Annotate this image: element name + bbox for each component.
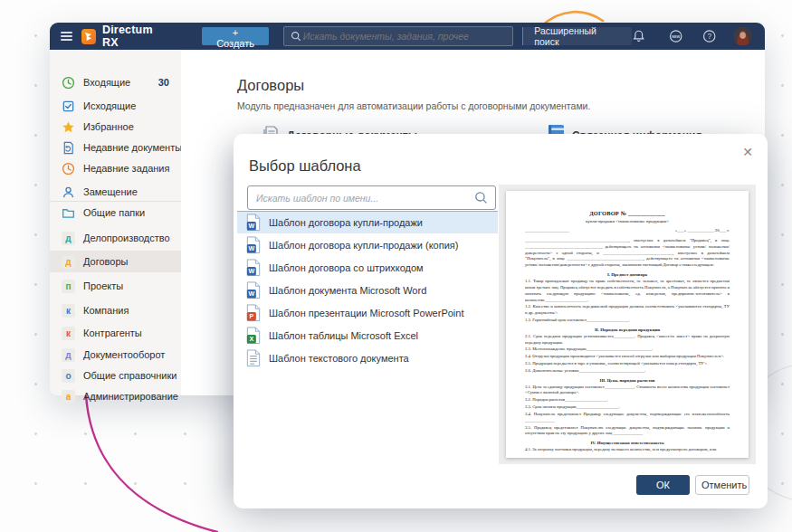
avatar[interactable] bbox=[733, 26, 752, 46]
sidebar-item-label: Недавние документы bbox=[83, 142, 182, 153]
text-file-icon bbox=[246, 349, 261, 367]
unread-count-badge: 30 bbox=[158, 77, 169, 88]
sidebar-module-item[interactable]: дДоговоры bbox=[50, 251, 181, 272]
sidebar-module-item[interactable]: кКомпания bbox=[50, 299, 181, 321]
notifications-icon[interactable] bbox=[632, 29, 645, 43]
brand-title: Directum RX bbox=[102, 24, 169, 49]
whats-new-icon[interactable]: NEW bbox=[669, 29, 682, 43]
module-letter-icon: д bbox=[62, 255, 75, 269]
sidebar-item[interactable]: Замещение bbox=[50, 181, 181, 203]
module-letter-icon: к bbox=[62, 327, 75, 340]
contract-line: 3.5. Продавец представляет Покупателю сл… bbox=[525, 425, 730, 438]
page-subtitle: Модуль предназначен для автоматизации ра… bbox=[237, 100, 590, 111]
document-preview-page: ДОГОВОР № ____________купли-продажи <наи… bbox=[506, 191, 749, 458]
template-search-input[interactable] bbox=[248, 193, 474, 204]
global-search bbox=[283, 26, 513, 46]
sidebar-item-label: Делопроизводство bbox=[83, 233, 170, 243]
module-letter-icon: а bbox=[62, 390, 75, 404]
module-letter-icon: д bbox=[62, 348, 75, 362]
sidebar-item-label: Общие папки bbox=[83, 207, 145, 218]
sidebar-item[interactable]: Исходящие bbox=[50, 95, 181, 117]
template-list-item[interactable]: WШаблон документа Microsoft Word bbox=[237, 279, 498, 301]
sidebar-item[interactable]: Общие папки bbox=[50, 202, 181, 223]
svg-text:W: W bbox=[248, 290, 254, 298]
contract-heading: III. Цена, порядок расчетов bbox=[525, 378, 730, 383]
template-list-item[interactable]: WШаблон договора купли-продажи (копия) bbox=[237, 233, 498, 256]
excel-file-icon: X bbox=[246, 327, 261, 345]
template-label: Шаблон презентации Microsoft PowerPoint bbox=[269, 308, 463, 318]
contract-line: 4.1. За отсрочку поставки продукции, пер… bbox=[525, 447, 730, 453]
advanced-search-button[interactable]: Расширенный поиск bbox=[522, 27, 631, 45]
template-label: Шаблон договора купли-продажи (копия) bbox=[269, 240, 458, 251]
word-file-icon: W bbox=[246, 214, 261, 232]
close-icon[interactable]: ✕ bbox=[740, 145, 755, 159]
sidebar-item-label: Исходящие bbox=[83, 100, 136, 111]
folder-icon bbox=[62, 206, 75, 220]
global-search-input[interactable] bbox=[301, 31, 512, 42]
create-button[interactable]: + Создать bbox=[202, 27, 268, 45]
sidebar-divider bbox=[50, 201, 181, 202]
contract-line: 2.3. Местонахождение продукции__________… bbox=[525, 347, 730, 353]
sidebar-item-label: Общие справочники bbox=[83, 370, 177, 381]
sidebar-item-label: Администрирование bbox=[83, 391, 178, 402]
contract-heading: ДОГОВОР № ____________ bbox=[525, 210, 730, 216]
sidebar-item-label: Документооборот bbox=[83, 349, 165, 360]
word-file-icon: W bbox=[246, 259, 261, 277]
sidebar-module-item[interactable]: пПроекты bbox=[50, 275, 181, 297]
recent-doc-icon bbox=[62, 141, 75, 155]
svg-text:X: X bbox=[249, 336, 253, 343]
dialog-title: Выбор шаблона bbox=[249, 157, 361, 175]
menu-icon[interactable] bbox=[61, 30, 72, 43]
contract-line: 1.2. Качество и комплектность передаваем… bbox=[525, 304, 730, 317]
contract-line: 3.1. Цена за единицу продукции составляе… bbox=[525, 385, 730, 397]
sidebar: Входящие30ИсходящиеИзбранноеНедавние док… bbox=[50, 50, 181, 395]
module-letter-icon: к bbox=[62, 304, 75, 318]
contract-line: 2.5. Продукция передается в таре и упако… bbox=[525, 361, 730, 367]
cancel-button[interactable]: Отменить bbox=[695, 475, 749, 495]
module-letter-icon: п bbox=[62, 280, 75, 293]
contract-heading: I. Предмет договора bbox=[525, 272, 730, 277]
sidebar-item[interactable]: Входящие30 bbox=[50, 71, 181, 93]
contract-heading: II. Порядок передачи продукции bbox=[525, 328, 730, 332]
contract-line: купли-продажи <наименование продукции> bbox=[525, 219, 730, 223]
contract-heading: IV. Имущественная ответственность bbox=[525, 441, 730, 445]
sidebar-item[interactable]: Недавние документы bbox=[50, 137, 181, 158]
template-list-item[interactable]: WШаблон договора со штрихкодом bbox=[237, 256, 498, 279]
sidebar-module-item[interactable]: дДелопроизводство bbox=[50, 227, 181, 249]
module-letter-icon: д bbox=[62, 232, 75, 245]
contract-line: ________________________________________… bbox=[525, 238, 730, 269]
svg-text:W: W bbox=[248, 223, 254, 230]
sidebar-item[interactable]: Избранное bbox=[50, 116, 181, 138]
contract-line: ____________________«___» ____________ 2… bbox=[525, 228, 730, 233]
clipboard-check-icon bbox=[62, 100, 75, 113]
help-icon[interactable]: ? bbox=[702, 29, 716, 43]
contract-line: 2.4. Отгрузка продукции производится <ук… bbox=[525, 354, 730, 360]
sidebar-module-item[interactable]: кКонтрагенты bbox=[50, 322, 181, 344]
svg-text:NEW: NEW bbox=[672, 35, 680, 39]
template-label: Шаблон договора со штрихкодом bbox=[269, 262, 424, 273]
sidebar-item-label: Избранное bbox=[83, 121, 134, 132]
template-preview-pane: ДОГОВОР № ____________купли-продажи <наи… bbox=[499, 185, 756, 464]
sidebar-module-item[interactable]: аАдминистрирование bbox=[50, 385, 181, 407]
template-list-item[interactable]: WШаблон договора купли-продажи bbox=[237, 211, 498, 233]
star-icon bbox=[62, 120, 75, 134]
svg-text:P: P bbox=[249, 313, 253, 320]
ok-button[interactable]: ОК bbox=[636, 475, 690, 495]
svg-text:W: W bbox=[248, 268, 254, 275]
page-title: Договоры bbox=[237, 77, 304, 94]
sidebar-item-label: Контрагенты bbox=[83, 328, 142, 338]
contract-line: 1.1. Товар принадлежит продавцу на праве… bbox=[525, 279, 730, 303]
sidebar-item-label: Замещение bbox=[83, 186, 138, 197]
search-icon bbox=[474, 191, 488, 204]
sidebar-item-label: Проекты bbox=[83, 280, 123, 291]
sidebar-item[interactable]: Недавние задания bbox=[50, 157, 181, 179]
clock-orange-icon bbox=[62, 162, 75, 176]
sidebar-module-item[interactable]: оОбщие справочники bbox=[50, 365, 181, 386]
module-letter-icon: о bbox=[62, 369, 75, 383]
sidebar-module-item[interactable]: дДокументооборот bbox=[50, 344, 181, 366]
template-search bbox=[247, 185, 496, 210]
template-list-item[interactable]: PШаблон презентации Microsoft PowerPoint bbox=[237, 301, 498, 324]
template-list-item[interactable]: XШаблон таблицы Microsoft Excel bbox=[237, 324, 498, 347]
template-list-item[interactable]: Шаблон текстового документа bbox=[237, 347, 498, 369]
sidebar-item-label: Входящие bbox=[83, 77, 130, 88]
